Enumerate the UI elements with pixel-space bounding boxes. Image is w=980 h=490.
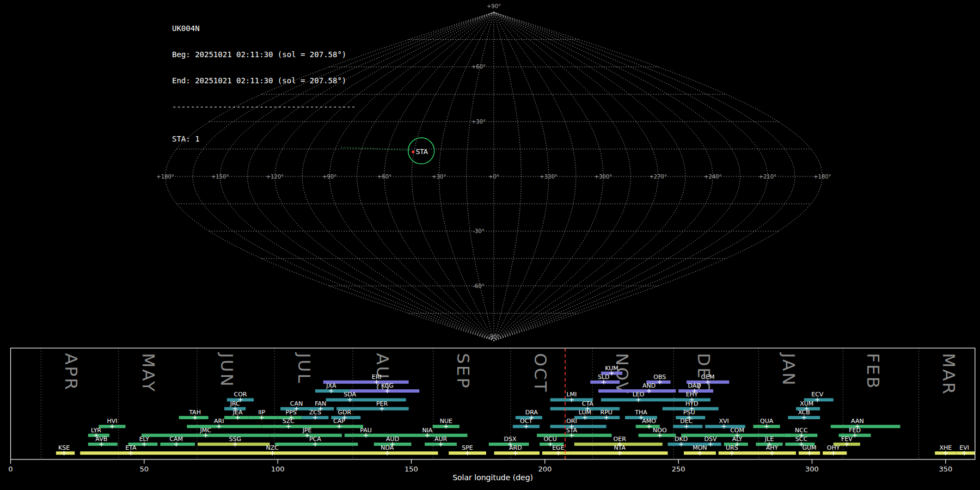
shower-code-label: DAD [688, 382, 701, 389]
station-code: UK004N [172, 24, 356, 33]
shower-code-label: AND [642, 382, 656, 389]
shower-bar-ETA [80, 451, 198, 455]
map-longitude-label: +60° [377, 174, 391, 180]
x-axis-title: Solar longitude (deg) [452, 473, 533, 482]
map-longitude-label: +0° [488, 174, 499, 180]
shower-bar-AAN [831, 425, 901, 428]
map-longitude-label: +240° [704, 174, 721, 180]
map-latitude-label: +90° [487, 3, 501, 9]
shower-code-label: DSX [504, 436, 517, 443]
x-tick-label: 300 [805, 465, 819, 473]
shower-code-label: OER [614, 436, 627, 443]
shower-code-label: GEM [701, 373, 715, 381]
x-tick-label: 50 [140, 465, 149, 473]
map-longitude-label: +30° [432, 174, 446, 180]
plot-canvas: +180°+150°+120°+90°+60°+30°+0°+330°+300°… [0, 0, 980, 490]
month-label: JUN [217, 352, 237, 388]
shower-code-label: DSV [705, 436, 717, 443]
shower-code-label: NTA [614, 444, 626, 451]
shower-code-label: JPE [302, 427, 312, 434]
shower-code-label: ERI [372, 373, 382, 381]
shower-code-label: EHY [686, 391, 698, 398]
shower-code-label: RPU [601, 409, 612, 416]
shower-code-label: XVI [719, 418, 728, 425]
shower-code-label: KSE [58, 444, 70, 451]
shower-code-label: DEC [680, 418, 693, 425]
shower-code-label: PSU [683, 409, 695, 416]
month-label: FEB [863, 353, 883, 390]
map-latitude-label: -90° [488, 334, 499, 340]
shower-bar-ORI [550, 425, 607, 428]
shower-code-label: ARI [214, 418, 224, 425]
shower-bar-NOO [639, 434, 676, 437]
radiant-label: STA [416, 148, 428, 156]
map-longitude-label: +90° [322, 174, 336, 180]
shower-code-label: NZC [266, 444, 279, 451]
begin-time-line: Beg: 20251021 02:11:30 (sol = 207.58°) [172, 50, 356, 59]
shower-code-label: NDA [381, 444, 394, 451]
shower-code-label: KCG [381, 382, 394, 389]
shower-code-label: OCT [520, 418, 532, 425]
shower-code-label: THA [634, 409, 647, 416]
shower-code-label: ORI [566, 418, 577, 425]
x-tick-label: 0 [8, 465, 13, 473]
shower-code-label: FED [849, 427, 861, 434]
shower-code-label: JRC [230, 400, 240, 407]
shower-code-label: COR [234, 391, 247, 398]
shower-code-label: XHE [939, 444, 952, 451]
shower-code-label: ARD [509, 444, 522, 451]
shower-code-label: JLE [764, 436, 774, 443]
shower-code-label: ELY [139, 436, 150, 443]
shower-code-label: URS [726, 444, 738, 451]
shower-bar-AHY [743, 451, 796, 455]
shower-code-label: GDR [338, 409, 351, 416]
shower-code-label: SPE [462, 444, 473, 451]
month-label: MAY [139, 353, 158, 393]
shower-code-label: ALY [732, 436, 743, 443]
shower-code-label: ETA [125, 444, 137, 451]
shower-code-label: NOO [653, 427, 667, 434]
shower-code-label: LEO [633, 391, 645, 398]
map-longitude-label: +180° [156, 174, 174, 180]
map-longitude-label: +120° [266, 174, 284, 180]
shower-code-label: AHY [766, 444, 779, 451]
shower-code-label: EVI [959, 444, 969, 451]
month-label: OCT [531, 353, 550, 393]
shower-code-label: NIA [422, 427, 432, 434]
shower-code-label: JEA [232, 409, 243, 416]
shower-bar-KCG [350, 389, 420, 393]
map-longitude-label: +150° [211, 174, 229, 180]
shower-code-label: KUM [605, 365, 618, 372]
map-longitude-label: +180° [813, 174, 831, 180]
map-latitude-label: -60° [473, 283, 484, 289]
shower-code-label: LUM [579, 409, 591, 416]
shower-code-label: SCC [795, 436, 808, 443]
shower-code-label: NCC [795, 427, 808, 434]
shower-code-label: GUM [803, 444, 817, 451]
shower-code-label: QUA [760, 418, 774, 425]
shower-code-label: CAM [169, 436, 183, 443]
shower-code-label: FAN [315, 400, 326, 407]
shower-code-label: XCB [798, 409, 810, 416]
shower-code-label: CAP [333, 418, 345, 425]
shower-code-label: AAN [851, 418, 864, 425]
shower-code-label: SSG [229, 436, 241, 443]
shower-code-label: PCA [309, 436, 321, 443]
meteor-observation-screen: UK004N Beg: 20251021 02:11:30 (sol = 207… [0, 0, 980, 490]
separator-dashes: ---------------------------------------- [172, 102, 356, 111]
x-tick-label: 250 [672, 465, 685, 473]
shower-bar-NZC [198, 451, 342, 455]
shower-bar-ARI [187, 425, 261, 428]
x-tick-label: 150 [405, 465, 418, 473]
activity-chart: APRMAYJUNJULAUGSEPOCTNOVDECJANFEBMARKUME… [8, 348, 975, 481]
x-tick-label: 100 [271, 465, 285, 473]
shower-code-label: OCU [543, 436, 556, 443]
shower-code-label: CAN [290, 400, 303, 407]
shower-code-label: COM [730, 427, 744, 434]
shower-count-line: STA: 1 [172, 134, 356, 143]
shower-code-label: SDA [344, 391, 356, 398]
shower-bar-SDA [326, 398, 406, 401]
month-label: APR [62, 353, 81, 391]
shower-code-label: PAU [360, 427, 372, 434]
shower-code-label: CTA [582, 400, 594, 407]
